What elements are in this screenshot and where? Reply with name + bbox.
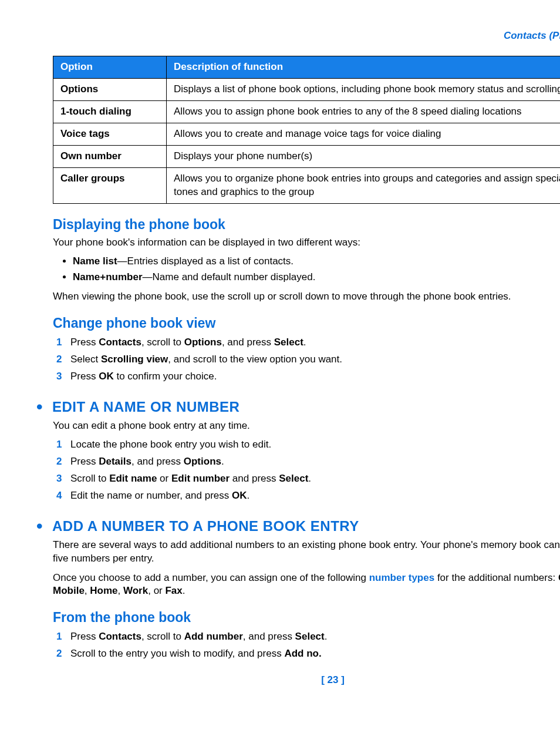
list-item: 2 Select Scrolling view, and scroll to t… bbox=[53, 353, 560, 366]
text: . bbox=[325, 631, 328, 642]
list-item: 1 Press Contacts, scroll to Add number, … bbox=[53, 630, 560, 644]
bold-text: Options bbox=[184, 337, 222, 348]
list-item: 2 Press Details, and press Options. bbox=[53, 455, 560, 469]
link-number-types[interactable]: number types bbox=[369, 572, 434, 583]
text: —Entries displayed as a list of contacts… bbox=[117, 255, 294, 267]
heading-add-number: • Add a number to a phone book entry bbox=[53, 517, 560, 536]
bold-text: Mobile bbox=[53, 585, 85, 596]
table-row: Voice tags Allows you to create and mana… bbox=[53, 123, 561, 145]
bold-text: Scrolling view bbox=[101, 354, 168, 365]
text: . bbox=[303, 337, 306, 348]
th-description: Description of function bbox=[167, 56, 561, 78]
bold-text: Select bbox=[274, 337, 303, 348]
heading-change-view: Change phone book view bbox=[53, 314, 560, 332]
cell-desc: Allows you to create and manage voice ta… bbox=[167, 123, 561, 145]
bold-text: Edit number bbox=[171, 473, 230, 484]
step-number: 2 bbox=[56, 647, 62, 661]
text: . bbox=[183, 585, 185, 596]
paragraph: You can edit a phone book entry at any t… bbox=[53, 419, 560, 433]
text: Press bbox=[70, 337, 99, 348]
text: Select bbox=[70, 354, 101, 365]
paragraph: Your phone book's information can be dis… bbox=[53, 236, 560, 250]
page-number: [ 23 ] bbox=[53, 674, 560, 687]
text: , scroll to bbox=[141, 337, 184, 348]
text: . bbox=[308, 473, 311, 484]
text: Locate the phone book entry you wish to … bbox=[70, 439, 271, 450]
heading-displaying: Displaying the phone book bbox=[53, 216, 560, 234]
text: Once you choose to add a number, you can… bbox=[53, 572, 369, 583]
step-number: 3 bbox=[56, 472, 62, 486]
text: , and scroll to the view option you want… bbox=[168, 354, 342, 365]
list-item: 3 Scroll to Edit name or Edit number and… bbox=[53, 472, 560, 486]
list-item: 4 Edit the name or number, and press OK. bbox=[53, 489, 560, 503]
bold-text: Home bbox=[90, 585, 117, 596]
bold-text: Name+number bbox=[73, 271, 143, 283]
cell-option: Voice tags bbox=[53, 123, 167, 145]
bold-text: Select bbox=[295, 631, 325, 642]
bold-text: Options bbox=[184, 456, 221, 467]
text: to confirm your choice. bbox=[114, 371, 217, 382]
paragraph: When viewing the phone book, use the scr… bbox=[53, 290, 560, 304]
bold-text: OK bbox=[232, 490, 247, 501]
text: —Name and default number displayed. bbox=[143, 271, 316, 283]
bold-text: OK bbox=[99, 371, 114, 382]
step-number: 2 bbox=[56, 455, 62, 469]
text: . bbox=[221, 456, 224, 467]
cell-desc: Allows you to assign phone book entries … bbox=[167, 100, 561, 123]
paragraph: There are several ways to add additional… bbox=[53, 539, 560, 566]
numbered-list: 1 Press Contacts, scroll to Add number, … bbox=[53, 630, 560, 661]
bold-text: Contacts bbox=[99, 337, 141, 348]
cell-desc: Displays a list of phone book options, i… bbox=[167, 78, 561, 100]
bullet-icon: • bbox=[36, 517, 43, 535]
text: . bbox=[247, 490, 250, 501]
list-item: 1 Press Contacts, scroll to Options, and… bbox=[53, 336, 560, 349]
step-number: 1 bbox=[56, 630, 62, 644]
cell-desc: Displays your phone number(s) bbox=[167, 145, 561, 167]
heading-text: Add a number to a phone book entry bbox=[52, 517, 359, 536]
bullet-icon: • bbox=[36, 398, 43, 416]
heading-edit-name-number: • Edit a name or number bbox=[53, 398, 560, 416]
text: or bbox=[157, 473, 171, 484]
table-row: 1-touch dialing Allows you to assign pho… bbox=[53, 100, 561, 123]
list-item: Name list—Entries displayed as a list of… bbox=[73, 255, 560, 268]
cell-option: Caller groups bbox=[53, 167, 167, 203]
bold-text: Add number bbox=[184, 631, 243, 642]
bold-text: Fax bbox=[165, 585, 182, 596]
table-row: Own number Displays your phone number(s) bbox=[53, 145, 561, 167]
text: , scroll to bbox=[141, 631, 184, 642]
table-row: Caller groups Allows you to organize pho… bbox=[53, 167, 561, 203]
text: for the additional numbers: bbox=[434, 572, 558, 583]
bold-text: Edit name bbox=[109, 473, 157, 484]
text: Scroll to bbox=[70, 473, 109, 484]
th-option: Option bbox=[53, 56, 167, 78]
list-item: Name+number—Name and default number disp… bbox=[73, 271, 560, 284]
cell-option: Options bbox=[53, 78, 167, 100]
text: Edit the name or number, and press bbox=[70, 490, 232, 501]
bold-text: Details bbox=[99, 456, 131, 467]
text: Scroll to the entry you wish to modify, … bbox=[70, 648, 284, 659]
heading-text: Edit a name or number bbox=[52, 398, 239, 416]
step-number: 1 bbox=[56, 336, 62, 349]
bold-text: Add no. bbox=[284, 648, 321, 659]
step-number: 4 bbox=[56, 489, 62, 503]
text: Press bbox=[70, 371, 99, 382]
bold-text: Name list bbox=[73, 255, 117, 267]
step-number: 3 bbox=[56, 370, 62, 384]
table-row: Options Displays a list of phone book op… bbox=[53, 78, 561, 100]
bold-text: Work bbox=[123, 585, 148, 596]
bold-text: Contacts bbox=[99, 631, 141, 642]
text: and press bbox=[230, 473, 279, 484]
paragraph: Once you choose to add a number, you can… bbox=[53, 571, 560, 598]
list-item: 3 Press OK to confirm your choice. bbox=[53, 370, 560, 384]
cell-option: 1-touch dialing bbox=[53, 100, 167, 123]
text: , and press bbox=[243, 631, 295, 642]
step-number: 2 bbox=[56, 353, 62, 366]
bold-text: Select bbox=[279, 473, 308, 484]
numbered-list: 1 Press Contacts, scroll to Options, and… bbox=[53, 336, 560, 384]
cell-option: Own number bbox=[53, 145, 167, 167]
heading-from-phone-book: From the phone book bbox=[53, 608, 560, 627]
text: , and press bbox=[222, 337, 274, 348]
text: Press bbox=[70, 456, 99, 467]
bullet-list: Name list—Entries displayed as a list of… bbox=[53, 255, 560, 284]
text: , and press bbox=[131, 456, 184, 467]
